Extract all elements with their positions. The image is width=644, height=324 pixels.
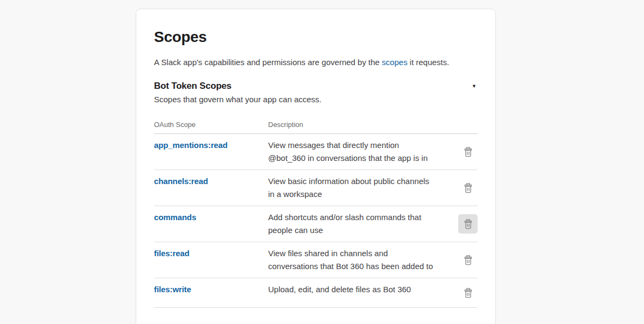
intro-after: it requests. bbox=[408, 58, 450, 67]
delete-scope-button[interactable] bbox=[458, 142, 478, 161]
scope-row: files:write Upload, edit, and delete fil… bbox=[154, 278, 478, 308]
scope-cell: commands bbox=[154, 211, 268, 222]
scope-link[interactable]: files:write bbox=[154, 285, 191, 294]
scopes-table: OAuth Scope Description app_mentions:rea… bbox=[154, 121, 478, 308]
trash-icon bbox=[464, 255, 473, 265]
scope-description: Upload, edit, and delete files as Bot 36… bbox=[268, 283, 437, 296]
actions-cell bbox=[458, 283, 478, 302]
scope-row: commands Add shortcuts and/or slash comm… bbox=[154, 206, 478, 242]
section-header: Bot Token Scopes Scopes that govern what… bbox=[154, 81, 478, 105]
page-title: Scopes bbox=[154, 29, 478, 46]
section-subtitle: Scopes that govern what your app can acc… bbox=[154, 94, 321, 105]
intro-text: A Slack app's capabilities and permissio… bbox=[154, 57, 478, 68]
scope-link[interactable]: channels:read bbox=[154, 177, 208, 186]
section-title: Bot Token Scopes bbox=[154, 81, 321, 91]
actions-cell bbox=[458, 250, 478, 270]
scope-description: View basic information about public chan… bbox=[268, 175, 437, 201]
scope-description: View messages that directly mention @bot… bbox=[268, 139, 437, 165]
scope-link[interactable]: app_mentions:read bbox=[154, 140, 228, 150]
chevron-down-icon: ▼ bbox=[472, 83, 477, 89]
actions-cell bbox=[458, 214, 478, 234]
delete-scope-button[interactable] bbox=[458, 250, 478, 270]
scope-link[interactable]: commands bbox=[154, 213, 196, 222]
scope-cell: files:read bbox=[154, 247, 268, 258]
column-header-description: Description bbox=[268, 121, 437, 129]
intro-before: A Slack app's capabilities and permissio… bbox=[154, 58, 382, 67]
scope-cell: app_mentions:read bbox=[154, 139, 268, 150]
scope-row: app_mentions:read View messages that dir… bbox=[154, 134, 478, 170]
actions-cell bbox=[458, 178, 478, 198]
trash-icon bbox=[464, 288, 473, 298]
delete-scope-button[interactable] bbox=[458, 283, 478, 302]
column-header-oauth-scope: OAuth Scope bbox=[154, 121, 268, 129]
actions-cell bbox=[458, 142, 478, 161]
scopes-card: Scopes A Slack app's capabilities and pe… bbox=[136, 9, 496, 324]
scope-cell: files:write bbox=[154, 283, 268, 294]
column-header-actions bbox=[437, 121, 478, 129]
scope-link[interactable]: files:read bbox=[154, 249, 190, 258]
trash-icon bbox=[464, 219, 473, 229]
scope-row: files:read View files shared in channels… bbox=[154, 242, 478, 278]
collapse-section-button[interactable]: ▼ bbox=[471, 82, 478, 91]
trash-icon bbox=[464, 147, 473, 157]
delete-scope-button[interactable] bbox=[458, 178, 478, 198]
table-header-row: OAuth Scope Description bbox=[154, 121, 478, 134]
scope-description: View files shared in channels and conver… bbox=[268, 247, 437, 273]
scope-description: Add shortcuts and/or slash commands that… bbox=[268, 211, 437, 237]
scope-cell: channels:read bbox=[154, 175, 268, 186]
page-background: Scopes A Slack app's capabilities and pe… bbox=[0, 0, 644, 324]
scopes-doc-link[interactable]: scopes bbox=[382, 58, 408, 67]
delete-scope-button[interactable] bbox=[458, 214, 478, 234]
trash-icon bbox=[464, 183, 473, 193]
section-header-text: Bot Token Scopes Scopes that govern what… bbox=[154, 81, 321, 105]
table-body: app_mentions:read View messages that dir… bbox=[154, 134, 478, 308]
scope-row: channels:read View basic information abo… bbox=[154, 170, 478, 206]
